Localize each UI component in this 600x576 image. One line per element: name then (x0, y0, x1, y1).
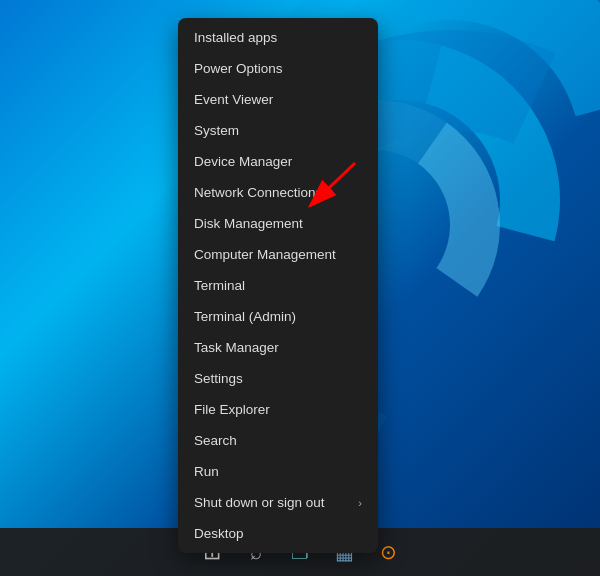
menu-item-label-terminal-admin: Terminal (Admin) (194, 309, 296, 324)
menu-item-terminal-admin[interactable]: Terminal (Admin) (178, 301, 378, 332)
menu-item-shut-down[interactable]: Shut down or sign out› (178, 487, 378, 518)
menu-item-label-desktop: Desktop (194, 526, 244, 541)
menu-item-label-disk-management: Disk Management (194, 216, 303, 231)
menu-item-terminal[interactable]: Terminal (178, 270, 378, 301)
menu-item-network-connections[interactable]: Network Connections (178, 177, 378, 208)
menu-item-label-event-viewer: Event Viewer (194, 92, 273, 107)
menu-item-event-viewer[interactable]: Event Viewer (178, 84, 378, 115)
menu-item-power-options[interactable]: Power Options (178, 53, 378, 84)
menu-item-label-network-connections: Network Connections (194, 185, 322, 200)
menu-item-label-settings: Settings (194, 371, 243, 386)
chevron-icon: › (358, 497, 362, 509)
menu-item-label-system: System (194, 123, 239, 138)
menu-item-computer-management[interactable]: Computer Management (178, 239, 378, 270)
menu-item-label-file-explorer: File Explorer (194, 402, 270, 417)
menu-item-settings[interactable]: Settings (178, 363, 378, 394)
context-menu: Installed appsPower OptionsEvent ViewerS… (178, 18, 378, 553)
menu-item-label-run: Run (194, 464, 219, 479)
menu-item-installed-apps[interactable]: Installed apps (178, 22, 378, 53)
menu-item-system[interactable]: System (178, 115, 378, 146)
menu-item-file-explorer[interactable]: File Explorer (178, 394, 378, 425)
menu-item-run[interactable]: Run (178, 456, 378, 487)
menu-item-desktop[interactable]: Desktop (178, 518, 378, 549)
menu-item-device-manager[interactable]: Device Manager (178, 146, 378, 177)
menu-item-label-computer-management: Computer Management (194, 247, 336, 262)
menu-item-label-terminal: Terminal (194, 278, 245, 293)
menu-item-label-shut-down: Shut down or sign out (194, 495, 325, 510)
menu-item-label-installed-apps: Installed apps (194, 30, 277, 45)
menu-item-label-search: Search (194, 433, 237, 448)
menu-item-label-task-manager: Task Manager (194, 340, 279, 355)
menu-item-label-power-options: Power Options (194, 61, 283, 76)
menu-item-search[interactable]: Search (178, 425, 378, 456)
menu-item-label-device-manager: Device Manager (194, 154, 292, 169)
menu-item-disk-management[interactable]: Disk Management (178, 208, 378, 239)
menu-item-task-manager[interactable]: Task Manager (178, 332, 378, 363)
